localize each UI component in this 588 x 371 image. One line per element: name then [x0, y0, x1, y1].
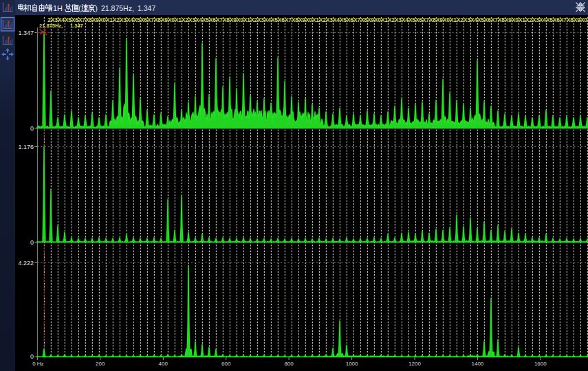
svg-text:0 Hz: 0 Hz [32, 361, 43, 367]
svg-text:1.347: 1.347 [18, 30, 34, 36]
svg-text:1400: 1400 [472, 361, 484, 367]
svg-text:800: 800 [284, 361, 294, 367]
svg-text:1600: 1600 [534, 361, 547, 367]
svg-text:21.875Hz,: 21.875Hz, [101, 4, 134, 12]
svg-text:): ) [95, 4, 98, 12]
svg-text:1000: 1000 [346, 361, 358, 367]
svg-text:0: 0 [30, 353, 34, 360]
svg-text:1.347: 1.347 [138, 4, 155, 12]
svg-text:200: 200 [96, 361, 105, 367]
svg-text:0: 0 [30, 239, 34, 246]
svg-text:4.222: 4.222 [18, 260, 34, 267]
svg-text:400: 400 [159, 361, 168, 367]
svg-text:0X: 0X [584, 16, 588, 23]
svg-text:1200: 1200 [409, 361, 421, 367]
svg-text:(: ( [78, 4, 81, 12]
svg-text:1.347: 1.347 [70, 23, 83, 29]
svg-text:21.875Hz,: 21.875Hz, [39, 23, 63, 29]
svg-text:600: 600 [221, 361, 231, 367]
svg-text:1H: 1H [53, 4, 63, 12]
svg-text:0: 0 [30, 125, 34, 132]
svg-text:1.176: 1.176 [18, 144, 34, 150]
